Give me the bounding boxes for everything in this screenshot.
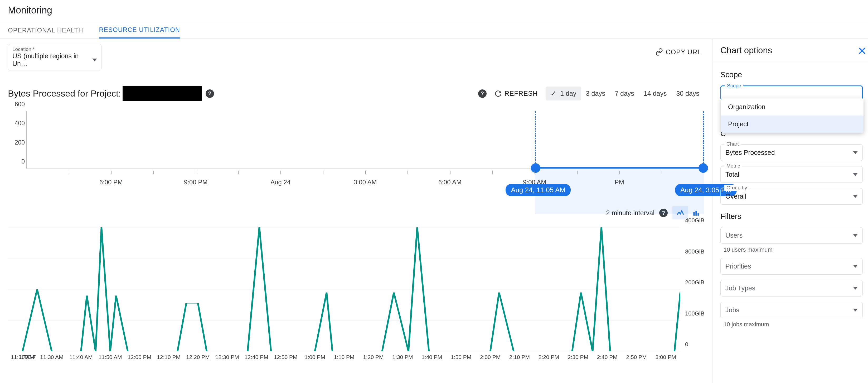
help-icon[interactable]: ? xyxy=(478,89,487,98)
tabbar: OPERATIONAL HEALTH RESOURCE UTILIZATION xyxy=(0,22,868,39)
range-14days[interactable]: 14 days xyxy=(639,87,672,100)
jobs-helper: 10 jobs maximum xyxy=(723,321,863,328)
refresh-icon xyxy=(495,90,502,97)
help-icon[interactable]: ? xyxy=(206,89,214,98)
close-icon[interactable]: ✕ xyxy=(858,45,867,58)
line-y-axis: 0100GiB200GiB300GiB400GiB xyxy=(683,227,704,351)
scope-option-organization[interactable]: Organization xyxy=(721,98,864,116)
priorities-filter[interactable]: Priorities xyxy=(720,258,863,274)
caret-down-icon xyxy=(853,265,858,268)
scope-dropdown: Organization Project xyxy=(721,98,864,133)
group-field-label: Group by xyxy=(724,185,749,191)
chart-select[interactable]: Chart Bytes Processed xyxy=(720,144,863,161)
refresh-button[interactable]: REFRESH xyxy=(495,90,538,97)
range-7days[interactable]: 7 days xyxy=(610,87,639,100)
range-1day[interactable]: 1 day xyxy=(546,87,581,100)
caret-down-icon xyxy=(853,287,858,290)
groupby-select[interactable]: Group by Overall xyxy=(720,188,863,205)
group-field-value: Overall xyxy=(725,193,746,200)
scope-option-project[interactable]: Project xyxy=(721,116,864,133)
tab-resource-utilization[interactable]: RESOURCE UTILIZATION xyxy=(99,22,180,38)
jobs-placeholder: Jobs xyxy=(725,306,739,314)
scope-select[interactable]: Scope Organization Project xyxy=(720,85,863,100)
chart-field-label: Chart xyxy=(724,141,741,147)
users-placeholder: Users xyxy=(725,232,743,239)
refresh-label: REFRESH xyxy=(504,90,538,97)
caret-down-icon xyxy=(853,151,858,154)
redacted-project-name xyxy=(123,86,202,101)
overview-x-axis: 6:00 PM9:00 PMAug 243:00 AM6:00 AM9:00 A… xyxy=(26,179,704,186)
selection-start-bubble: Aug 24, 11:05 AM xyxy=(505,184,571,196)
priorities-placeholder: Priorities xyxy=(725,262,751,270)
caret-down-icon xyxy=(853,308,858,312)
range-30days[interactable]: 30 days xyxy=(671,87,704,100)
overview-y-axis: 0200400600 xyxy=(10,111,26,169)
tab-operational-health[interactable]: OPERATIONAL HEALTH xyxy=(8,22,83,38)
chart-options-panel: ✕ Chart options Scope Scope Organization… xyxy=(712,39,868,383)
metric-field-value: Total xyxy=(725,171,739,178)
caret-down-icon xyxy=(853,195,858,198)
location-select[interactable]: Location * US (multiple regions in Un… xyxy=(8,44,101,70)
caret-down-icon xyxy=(853,234,858,237)
time-range-group: 1 day 3 days 7 days 14 days 30 days xyxy=(546,87,704,100)
copy-url-label: COPY URL xyxy=(666,48,702,56)
options-title: Chart options xyxy=(720,46,863,55)
chart-field-value: Bytes Processed xyxy=(725,149,775,156)
filters-heading: Filters xyxy=(720,212,863,221)
page-title: Monitoring xyxy=(0,0,868,22)
link-icon xyxy=(655,48,663,56)
jobtypes-placeholder: Job Types xyxy=(725,284,755,292)
chart-title: Bytes Processed for Project: xyxy=(8,86,202,101)
scope-field-label: Scope xyxy=(725,83,743,89)
overview-selection[interactable] xyxy=(535,111,704,168)
location-value: US (multiple regions in Un… xyxy=(12,52,92,67)
copy-url-button[interactable]: COPY URL xyxy=(655,48,702,56)
users-filter[interactable]: Users xyxy=(720,227,863,244)
scope-heading: Scope xyxy=(720,70,863,79)
line-x-axis: UTC-7 11:20 AM11:30 AM11:40 AM11:50 AM12… xyxy=(8,354,680,362)
caret-down-icon xyxy=(853,173,858,176)
caret-down-icon xyxy=(92,59,97,61)
jobs-filter[interactable]: Jobs xyxy=(720,302,863,318)
range-3days[interactable]: 3 days xyxy=(581,87,610,100)
metric-field-label: Metric xyxy=(724,163,742,169)
detail-line-chart[interactable]: 0100GiB200GiB300GiB400GiB UTC-7 11:20 AM… xyxy=(8,225,704,362)
users-helper: 10 users maximum xyxy=(723,246,863,253)
overview-bar-chart[interactable]: 0200400600 6:00 PM9:00 PMAug 243:00 AM6:… xyxy=(10,111,704,184)
location-label: Location * xyxy=(12,47,97,52)
metric-select[interactable]: Metric Total xyxy=(720,166,863,183)
jobtypes-filter[interactable]: Job Types xyxy=(720,280,863,296)
